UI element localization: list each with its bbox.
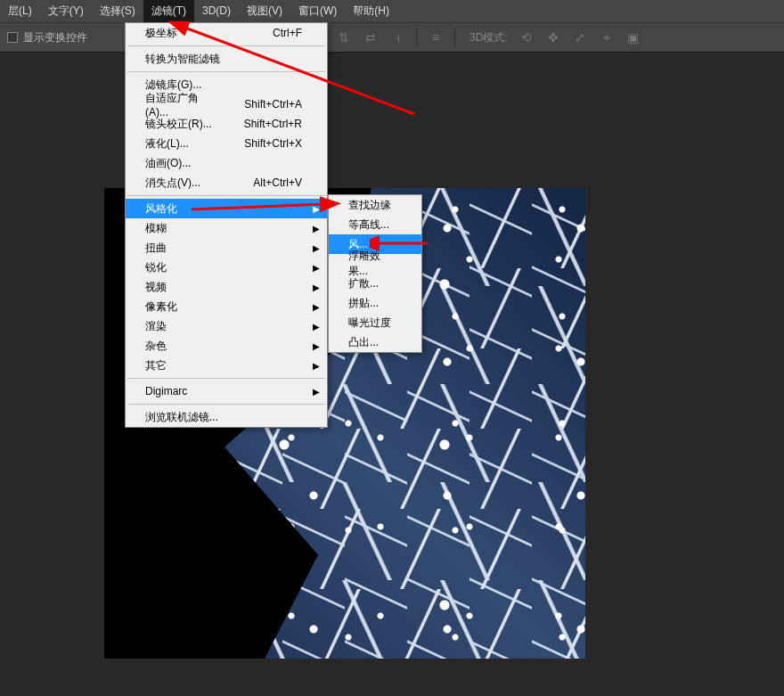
menuitem-find-edges[interactable]: 查找边缘	[329, 195, 421, 215]
separator	[127, 45, 325, 46]
menuitem-vanishing-point[interactable]: 消失点(V)...Alt+Ctrl+V	[126, 173, 327, 192]
checkbox-icon	[7, 32, 18, 43]
align-icon[interactable]: ⇄	[360, 27, 381, 48]
menuitem-video[interactable]: 视频▶	[126, 277, 327, 297]
filter-dropdown: 极坐标Ctrl+F 转换为智能滤镜 滤镜库(G)... 自适应广角(A)...S…	[125, 22, 328, 428]
menuitem-contour[interactable]: 等高线...	[329, 215, 421, 234]
menuitem-blur[interactable]: 模糊▶	[126, 218, 327, 238]
menuitem-browse-online[interactable]: 浏览联机滤镜...	[126, 407, 327, 427]
submenu-arrow-icon: ▶	[313, 341, 320, 351]
submenu-arrow-icon: ▶	[313, 263, 320, 273]
menuitem-diffuse[interactable]: 扩散...	[329, 274, 421, 293]
menuitem-lens-correction[interactable]: 镜头校正(R)...Shift+Ctrl+R	[126, 114, 327, 134]
menuitem-convert-smart[interactable]: 转换为智能滤镜	[126, 49, 327, 69]
menuitem-stylize[interactable]: 风格化▶	[126, 199, 327, 218]
menuitem-liquify[interactable]: 液化(L)...Shift+Ctrl+X	[126, 134, 327, 153]
checkbox-label: 显示变换控件	[23, 30, 87, 45]
align-icon[interactable]: ⫞	[387, 27, 408, 48]
mode-label: 3D模式:	[470, 30, 508, 45]
menu-3d[interactable]: 3D(D)	[194, 0, 239, 22]
separator	[127, 378, 325, 379]
stylize-submenu: 查找边缘 等高线... 风... 浮雕效果... 扩散... 拼贴... 曝光过…	[328, 194, 422, 353]
distribute-icon[interactable]: ≡	[425, 27, 446, 48]
menuitem-sharpen[interactable]: 锐化▶	[126, 258, 327, 277]
menu-help[interactable]: 帮助(H)	[345, 0, 397, 22]
menuitem-emboss[interactable]: 浮雕效果...	[329, 254, 421, 274]
menuitem-adaptive-wide[interactable]: 自适应广角(A)...Shift+Ctrl+A	[126, 94, 327, 114]
menu-text[interactable]: 文字(Y)	[40, 0, 92, 22]
submenu-arrow-icon: ▶	[313, 282, 320, 292]
zoom-icon[interactable]: ⤢	[569, 27, 591, 48]
menuitem-solarize[interactable]: 曝光过度	[329, 313, 421, 332]
menu-filter[interactable]: 滤镜(T)	[143, 0, 194, 22]
menuitem-distort[interactable]: 扭曲▶	[126, 238, 327, 258]
menuitem-tiles[interactable]: 拼贴...	[329, 293, 421, 313]
separator	[127, 195, 325, 196]
separator	[127, 404, 325, 405]
menuitem-digimarc[interactable]: Digimarc▶	[126, 381, 327, 401]
menuitem-last-filter[interactable]: 极坐标Ctrl+F	[126, 23, 327, 43]
submenu-arrow-icon: ▶	[313, 361, 320, 371]
submenu-arrow-icon: ▶	[313, 387, 320, 397]
submenu-arrow-icon: ▶	[313, 243, 320, 253]
align-icon[interactable]: ⇅	[333, 27, 355, 48]
submenu-arrow-icon: ▶	[313, 224, 320, 233]
submenu-arrow-icon: ▶	[313, 204, 320, 214]
menu-select[interactable]: 选择(S)	[92, 0, 143, 22]
menuitem-other[interactable]: 其它▶	[126, 356, 327, 375]
menuitem-pixelate[interactable]: 像素化▶	[126, 297, 327, 316]
menu-view[interactable]: 视图(V)	[239, 0, 290, 22]
menuitem-noise[interactable]: 杂色▶	[126, 336, 327, 356]
options-toolbar: 显示变换控件 ⇅ ⇄ ⫞ ≡ 3D模式: ⟲ ✥ ⤢ ⌖ ▣	[0, 22, 784, 53]
menubar: 层(L) 文字(Y) 选择(S) 滤镜(T) 3D(D) 视图(V) 窗口(W)…	[0, 0, 784, 22]
separator	[127, 71, 325, 72]
menuitem-render[interactable]: 渲染▶	[126, 316, 327, 336]
menuitem-extrude[interactable]: 凸出...	[329, 332, 421, 352]
pan-icon[interactable]: ✥	[543, 27, 564, 48]
menu-window[interactable]: 窗口(W)	[290, 0, 345, 22]
submenu-arrow-icon: ▶	[313, 322, 320, 332]
camera-icon[interactable]: ▣	[623, 27, 644, 48]
orbit-icon[interactable]: ⟲	[516, 27, 537, 48]
camera-icon[interactable]: ⌖	[596, 27, 617, 48]
menuitem-oilpaint[interactable]: 油画(O)...	[126, 153, 327, 173]
canvas-area	[0, 53, 784, 696]
submenu-arrow-icon: ▶	[313, 302, 320, 312]
show-transform-controls-checkbox[interactable]: 显示变换控件	[0, 30, 87, 45]
menu-layer[interactable]: 层(L)	[0, 0, 40, 22]
